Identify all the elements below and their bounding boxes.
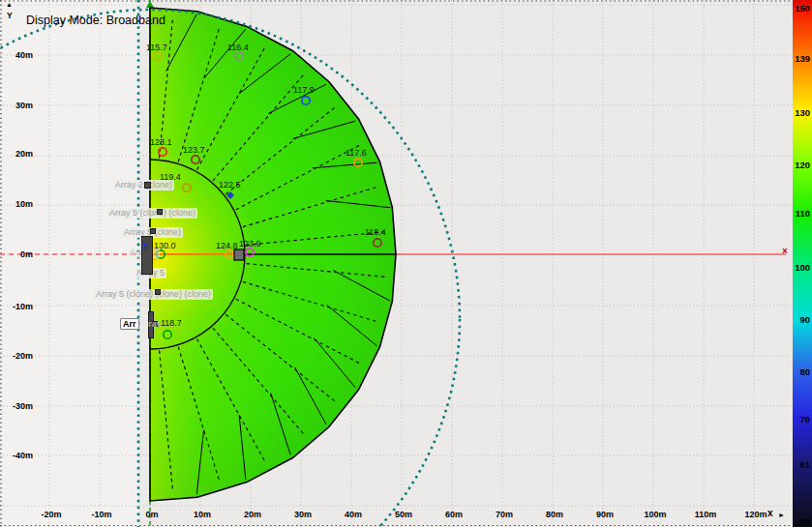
colorbar-tick-label: 100 <box>777 262 810 273</box>
prediction-plot-window: ▲ Y Display Mode: Broadband 40m30m20m10m… <box>0 0 812 527</box>
colorbar-tick-label: 139 <box>777 53 810 64</box>
colorbar-tick-label: 120 <box>777 160 810 170</box>
colorbar-tick-label: 90 <box>777 314 810 325</box>
colorbar-tick-label: 80 <box>777 366 810 377</box>
colorbar-tick-label: 70 <box>777 414 810 425</box>
colorbar-tick-label: 130 <box>777 107 810 118</box>
colorbar-tick-label: 150 <box>777 3 810 14</box>
colorbar-tick-label: 110 <box>777 208 810 219</box>
outside-venue-background <box>0 0 138 527</box>
spl-map-canvas[interactable] <box>0 0 812 527</box>
selected-object-handle[interactable] <box>234 249 244 260</box>
colorbar-tick-label: 61 <box>777 459 810 470</box>
colorbar-tick-label: 50 <box>777 516 810 527</box>
